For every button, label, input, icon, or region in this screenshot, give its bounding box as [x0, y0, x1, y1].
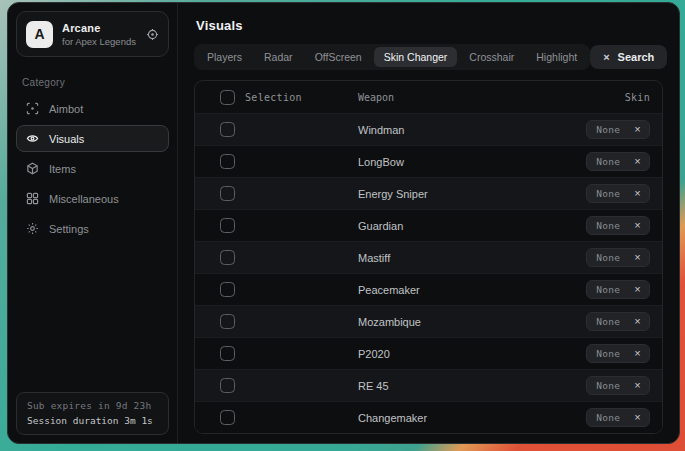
weapon-name: Peacemaker [351, 284, 544, 296]
select-all-cell [195, 90, 235, 105]
sub-expires-text: Sub expires in 9d 23h [27, 400, 158, 411]
sidebar: A Arcane for Apex Legends Category Aimbo… [8, 3, 178, 443]
row-select-cell [195, 346, 235, 361]
skin-badge[interactable]: None × [586, 376, 650, 395]
remove-skin-icon[interactable]: × [629, 380, 649, 392]
brand-text: Arcane for Apex Legends [62, 22, 137, 47]
skin-badge[interactable]: None × [586, 152, 650, 171]
row-checkbox[interactable] [220, 378, 235, 393]
skin-value: None [587, 284, 629, 295]
sidebar-item-label: Miscellaneous [49, 193, 119, 205]
sidebar-item-items[interactable]: Items [16, 155, 169, 182]
skin-cell: None × [544, 408, 662, 427]
skin-value: None [587, 188, 629, 199]
row-select-cell [195, 282, 235, 297]
remove-skin-icon[interactable]: × [629, 156, 649, 168]
sidebar-item-visuals[interactable]: Visuals [16, 125, 169, 152]
table-row: Changemaker None × [195, 401, 662, 433]
sidebar-nav: Aimbot Visuals Items Miscellaneous Setti… [8, 95, 177, 242]
app-subtitle: for Apex Legends [62, 36, 137, 47]
skin-badge[interactable]: None × [586, 120, 650, 139]
select-all-checkbox[interactable] [220, 90, 235, 105]
search-button[interactable]: × Search [590, 45, 667, 69]
skin-badge[interactable]: None × [586, 280, 650, 299]
row-checkbox[interactable] [220, 346, 235, 361]
tab-crosshair[interactable]: Crosshair [459, 47, 524, 67]
skin-badge[interactable]: None × [586, 248, 650, 267]
tab-offscreen[interactable]: OffScreen [305, 47, 372, 67]
row-checkbox[interactable] [220, 122, 235, 137]
row-select-cell [195, 378, 235, 393]
skin-value: None [587, 252, 629, 263]
table-row: RE 45 None × [195, 369, 662, 401]
box-icon [26, 162, 39, 175]
app-window: A Arcane for Apex Legends Category Aimbo… [7, 2, 680, 444]
row-checkbox[interactable] [220, 250, 235, 265]
remove-skin-icon[interactable]: × [629, 316, 649, 328]
column-header-skin: Skin [544, 92, 662, 103]
target-icon[interactable] [146, 28, 159, 41]
weapon-name: Guardian [351, 220, 544, 232]
row-checkbox[interactable] [220, 218, 235, 233]
skin-badge[interactable]: None × [586, 184, 650, 203]
subscription-card: Sub expires in 9d 23h Session duration 3… [16, 392, 169, 435]
tab-bar: PlayersRadarOffScreenSkin ChangerCrossha… [194, 44, 590, 70]
remove-skin-icon[interactable]: × [629, 412, 649, 424]
skin-badge[interactable]: None × [586, 344, 650, 363]
skin-cell: None × [544, 280, 662, 299]
sidebar-item-aimbot[interactable]: Aimbot [16, 95, 169, 122]
remove-skin-icon[interactable]: × [629, 220, 649, 232]
row-select-cell [195, 250, 235, 265]
row-select-cell [195, 314, 235, 329]
row-checkbox[interactable] [220, 282, 235, 297]
row-checkbox[interactable] [220, 186, 235, 201]
table-body: Windman None × LongBow None × [195, 113, 662, 433]
skin-value: None [587, 412, 629, 423]
eye-icon [26, 132, 39, 145]
tab-radar[interactable]: Radar [254, 47, 303, 67]
weapon-name: Energy Sniper [351, 188, 544, 200]
weapon-name: Mastiff [351, 252, 544, 264]
table-row: LongBow None × [195, 145, 662, 177]
row-checkbox[interactable] [220, 314, 235, 329]
category-label: Category [22, 77, 163, 88]
skin-cell: None × [544, 312, 662, 331]
search-button-label: Search [618, 51, 655, 63]
remove-skin-icon[interactable]: × [629, 284, 649, 296]
remove-skin-icon[interactable]: × [629, 348, 649, 360]
skin-value: None [587, 156, 629, 167]
skin-badge[interactable]: None × [586, 408, 650, 427]
skin-cell: None × [544, 376, 662, 395]
tab-players[interactable]: Players [197, 47, 252, 67]
table-row: Energy Sniper None × [195, 177, 662, 209]
tab-highlight[interactable]: Highlight [526, 47, 587, 67]
skin-value: None [587, 316, 629, 327]
session-duration-text: Session duration 3m 1s [27, 415, 158, 426]
row-select-cell [195, 186, 235, 201]
row-checkbox[interactable] [220, 154, 235, 169]
skin-cell: None × [544, 120, 662, 139]
table-row: Guardian None × [195, 209, 662, 241]
tab-skin-changer[interactable]: Skin Changer [374, 47, 458, 67]
table-row: Windman None × [195, 113, 662, 145]
table-row: P2020 None × [195, 337, 662, 369]
table-row: Mozambique None × [195, 305, 662, 337]
row-checkbox[interactable] [220, 410, 235, 425]
remove-skin-icon[interactable]: × [629, 124, 649, 136]
skin-value: None [587, 124, 629, 135]
skin-badge[interactable]: None × [586, 216, 650, 235]
weapon-name: RE 45 [351, 380, 544, 392]
remove-skin-icon[interactable]: × [629, 188, 649, 200]
weapon-name: P2020 [351, 348, 544, 360]
gear-icon [26, 222, 39, 235]
toolbar: PlayersRadarOffScreenSkin ChangerCrossha… [178, 44, 679, 70]
column-header-selection: Selection [235, 92, 351, 103]
crosshair-icon [26, 102, 39, 115]
skin-badge[interactable]: None × [586, 312, 650, 331]
sidebar-item-settings[interactable]: Settings [16, 215, 169, 242]
remove-skin-icon[interactable]: × [629, 252, 649, 264]
main-panel: Visuals PlayersRadarOffScreenSkin Change… [178, 3, 679, 443]
close-icon: × [603, 52, 609, 63]
weapon-name: Mozambique [351, 316, 544, 328]
sidebar-item-miscellaneous[interactable]: Miscellaneous [16, 185, 169, 212]
